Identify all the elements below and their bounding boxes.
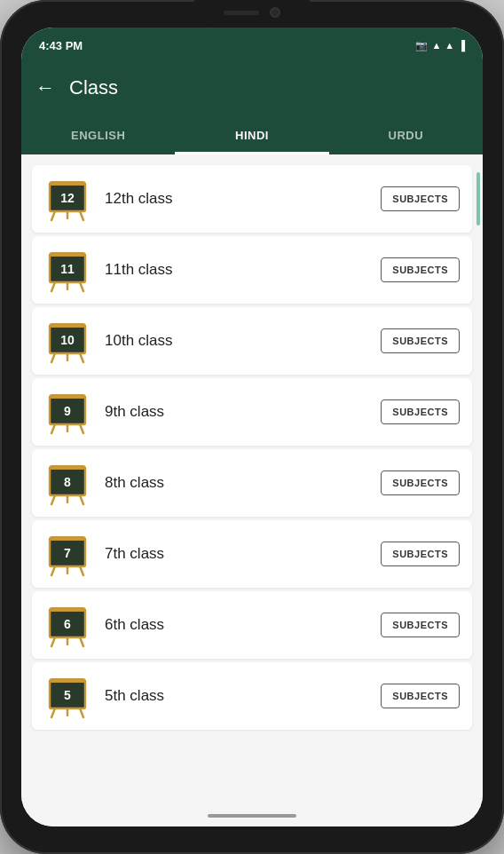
board-icon-10: 10 — [44, 318, 91, 364]
header: ← Class — [21, 59, 483, 116]
board-icon-8: 8 — [44, 460, 91, 506]
subjects-button-10[interactable]: SUBJECTS — [381, 328, 460, 353]
class-name-8: 8th class — [105, 474, 381, 492]
page-title: Class — [69, 76, 118, 99]
home-indicator — [21, 805, 483, 826]
class-item-10: 10 10th class SUBJECTS — [32, 307, 472, 375]
class-item-6: 6 6th class SUBJECTS — [32, 591, 472, 659]
subjects-button-7[interactable]: SUBJECTS — [381, 542, 460, 566]
notch — [194, 0, 310, 25]
svg-rect-19 — [50, 323, 85, 328]
class-item-7: 7 7th class SUBJECTS — [32, 520, 472, 588]
svg-line-8 — [80, 282, 83, 291]
svg-line-50 — [80, 708, 83, 717]
svg-line-35 — [51, 566, 55, 575]
svg-text:8: 8 — [64, 475, 71, 489]
scroll-indicator — [476, 172, 480, 225]
svg-rect-47 — [50, 607, 85, 612]
class-item-5: 5 5th class SUBJECTS — [32, 662, 472, 730]
class-name-7: 7th class — [105, 545, 381, 563]
svg-line-29 — [80, 495, 83, 504]
svg-text:10: 10 — [60, 333, 75, 347]
class-item-9: 9 9th class SUBJECTS — [32, 378, 472, 446]
class-name-11: 11th class — [105, 261, 381, 279]
svg-line-49 — [51, 708, 55, 717]
subjects-button-5[interactable]: SUBJECTS — [381, 684, 460, 708]
class-name-12: 12th class — [105, 190, 381, 208]
svg-text:5: 5 — [64, 688, 71, 702]
location-icon: 📷 — [415, 40, 428, 51]
board-icon-6: 6 — [44, 602, 91, 648]
svg-line-15 — [80, 353, 83, 362]
svg-text:9: 9 — [64, 404, 71, 418]
subjects-button-12[interactable]: SUBJECTS — [381, 186, 460, 211]
board-icon-5: 5 — [44, 673, 91, 719]
class-list: 12 12th class SUBJECTS 11 11th class S — [21, 154, 483, 740]
svg-line-7 — [51, 282, 55, 291]
svg-line-43 — [80, 637, 83, 646]
svg-line-1 — [80, 211, 83, 220]
svg-rect-54 — [50, 678, 85, 683]
home-bar — [208, 814, 296, 818]
svg-line-36 — [80, 566, 83, 575]
phone-screen: 4:43 PM 📷 ▲ ▲ ▐ ← Class ENGLISH HINDI UR… — [21, 28, 483, 826]
phone-frame: 4:43 PM 📷 ▲ ▲ ▐ ← Class ENGLISH HINDI UR… — [0, 0, 504, 854]
board-icon-11: 11 — [44, 247, 91, 293]
svg-rect-33 — [50, 465, 85, 470]
svg-rect-12 — [50, 252, 85, 257]
svg-line-14 — [51, 353, 55, 362]
camera — [270, 7, 280, 18]
board-icon-7: 7 — [44, 531, 91, 577]
svg-line-21 — [51, 424, 55, 433]
subjects-button-9[interactable]: SUBJECTS — [381, 399, 460, 424]
class-item-11: 11 11th class SUBJECTS — [32, 236, 472, 304]
status-time: 4:43 PM — [39, 39, 83, 52]
svg-text:12: 12 — [60, 191, 75, 205]
tabs-container: ENGLISH HINDI URDU — [21, 116, 483, 154]
svg-rect-5 — [50, 181, 85, 186]
svg-text:11: 11 — [60, 262, 75, 276]
class-name-9: 9th class — [105, 403, 381, 421]
svg-line-0 — [51, 211, 55, 220]
tab-hindi[interactable]: HINDI — [175, 116, 328, 154]
wifi-icon: ▲ — [431, 40, 441, 51]
svg-line-28 — [51, 495, 55, 504]
class-name-5: 5th class — [105, 687, 381, 705]
board-icon-12: 12 — [44, 176, 91, 222]
speaker — [224, 11, 259, 15]
tab-urdu[interactable]: URDU — [329, 116, 483, 154]
back-button[interactable]: ← — [35, 78, 55, 98]
tab-english[interactable]: ENGLISH — [21, 116, 175, 154]
svg-line-42 — [51, 637, 55, 646]
class-name-6: 6th class — [105, 616, 381, 634]
subjects-button-8[interactable]: SUBJECTS — [381, 470, 460, 495]
content-area[interactable]: 12 12th class SUBJECTS 11 11th class S — [21, 154, 483, 805]
svg-text:7: 7 — [64, 546, 71, 560]
status-icons: 📷 ▲ ▲ ▐ — [415, 40, 465, 51]
signal-icon: ▲ — [445, 40, 454, 51]
svg-rect-26 — [50, 394, 85, 399]
class-item-12: 12 12th class SUBJECTS — [32, 165, 472, 233]
board-icon-9: 9 — [44, 389, 91, 435]
status-bar: 4:43 PM 📷 ▲ ▲ ▐ — [21, 28, 483, 59]
battery-icon: ▐ — [458, 40, 465, 51]
svg-text:6: 6 — [64, 617, 71, 631]
subjects-button-11[interactable]: SUBJECTS — [381, 257, 460, 282]
svg-line-22 — [80, 424, 83, 433]
class-item-8: 8 8th class SUBJECTS — [32, 449, 472, 517]
subjects-button-6[interactable]: SUBJECTS — [381, 613, 460, 637]
svg-rect-40 — [50, 536, 85, 541]
class-name-10: 10th class — [105, 332, 381, 350]
